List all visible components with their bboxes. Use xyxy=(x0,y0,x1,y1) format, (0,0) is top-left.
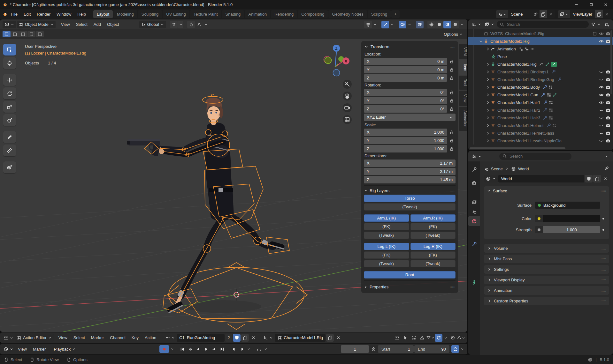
snap-keys-chevron[interactable] xyxy=(443,334,448,342)
properties-tab-object-data[interactable] xyxy=(468,278,480,287)
action-slot-field[interactable]: CharacterModel1.Rig xyxy=(275,334,326,342)
menu-render[interactable]: Render xyxy=(34,11,53,18)
vertical-scrollbar[interactable] xyxy=(610,30,612,94)
properties-tab-object[interactable] xyxy=(468,230,480,239)
dimensions-y-field[interactable]: Y2.17 m xyxy=(364,168,456,175)
next-keyframe-button[interactable] xyxy=(211,345,218,353)
location-z-field[interactable]: Z0 m xyxy=(364,74,447,82)
preview-range-toggle[interactable] xyxy=(370,345,377,353)
rig-layer-tweak[interactable]: (Tweak) xyxy=(364,260,409,267)
workspace-tab-shading[interactable]: Shading xyxy=(222,10,244,18)
render-visibility-toggle[interactable] xyxy=(606,138,610,143)
properties-tab-texture[interactable] xyxy=(468,297,480,306)
dope-menu-action[interactable]: Action xyxy=(142,334,159,341)
horizontal-scrollbar[interactable] xyxy=(470,147,565,149)
ghost-frames-button[interactable] xyxy=(393,334,401,342)
tool-rotate[interactable] xyxy=(3,87,16,99)
tool-transform[interactable] xyxy=(3,114,16,126)
proportional-edit-toggle[interactable] xyxy=(187,21,195,28)
workspace-tab-modeling[interactable]: Modeling xyxy=(113,10,137,18)
dope-menu-channel[interactable]: Channel xyxy=(107,334,128,341)
minimize-button[interactable] xyxy=(569,0,584,9)
outliner-row-charactermodel1-helmet[interactable]: CharacterModel1.Helmet xyxy=(468,122,613,129)
interpolation-dropdown[interactable] xyxy=(457,334,465,342)
properties-tab-view-layer[interactable] xyxy=(468,197,480,207)
rig-layer-arm-l-ik[interactable]: Arm.L (IK) xyxy=(364,214,409,222)
lock-rotation-x[interactable] xyxy=(447,90,456,95)
viewport-canvas[interactable]: Z X xyxy=(0,39,467,332)
panel-grip[interactable] xyxy=(601,279,606,282)
expander[interactable] xyxy=(485,62,491,67)
fake-user-button[interactable] xyxy=(585,175,593,182)
blender-menu-icon[interactable] xyxy=(3,12,7,17)
dope-menu-key[interactable]: Key xyxy=(129,334,142,341)
select-mode-subtract[interactable] xyxy=(19,31,27,37)
workspace-tab-compositing[interactable]: Compositing xyxy=(298,10,328,18)
dope-menu-view[interactable]: View xyxy=(56,334,70,341)
render-visibility-toggle[interactable] xyxy=(606,100,610,105)
properties-tab-scene[interactable] xyxy=(468,207,480,216)
lock-location-z[interactable] xyxy=(447,76,456,80)
lock-location-x[interactable] xyxy=(447,59,456,64)
rig-layer-torso[interactable]: Torso xyxy=(364,195,456,202)
animate-strength-decorator[interactable] xyxy=(600,229,606,231)
orientation-dropdown[interactable]: Global xyxy=(139,21,166,28)
tool-select-box[interactable] xyxy=(3,44,16,56)
workspace-tab-rendering[interactable]: Rendering xyxy=(271,10,297,18)
tool-scale[interactable] xyxy=(3,101,16,113)
outliner-row-animation[interactable]: Animation xyxy=(468,45,613,53)
properties-editor-type[interactable] xyxy=(471,152,483,160)
proportional-falloff[interactable] xyxy=(195,21,203,28)
outliner-row-charactermodel1-hair3[interactable]: CharacterModel1.Hair3 xyxy=(468,114,613,122)
visibility-toggle[interactable] xyxy=(599,70,604,74)
lock-rotation-y[interactable] xyxy=(447,98,456,103)
workspace-tab-uv-editing[interactable]: UV Editing xyxy=(163,10,189,18)
rig-layer-arm-r-ik[interactable]: Arm.R (IK) xyxy=(410,214,456,222)
auto-keying-toggle[interactable] xyxy=(159,345,169,353)
shading-rendered-button[interactable] xyxy=(451,21,459,28)
panel-grip[interactable] xyxy=(450,45,456,48)
jump-to-start-button[interactable] xyxy=(179,345,186,353)
sidebar-tab-view[interactable]: View xyxy=(459,91,467,106)
copy-view-layer-button[interactable] xyxy=(595,10,603,18)
scale-y-field[interactable]: Y1.000 xyxy=(364,137,447,144)
action-fake-user-button[interactable] xyxy=(233,334,241,342)
panel-grip[interactable] xyxy=(450,285,456,288)
unlink-datablock-button[interactable] xyxy=(602,175,609,182)
shading-wireframe-button[interactable] xyxy=(427,21,435,28)
expander[interactable] xyxy=(485,47,491,51)
menu-edit[interactable]: Edit xyxy=(21,11,34,18)
rig-layer-fk[interactable]: (FK) xyxy=(364,223,409,230)
visibility-toggle[interactable] xyxy=(599,100,604,105)
sidebar-tab-vrm[interactable]: VRM xyxy=(459,44,467,59)
properties-options-dropdown[interactable] xyxy=(603,152,610,160)
render-visibility-toggle[interactable] xyxy=(606,77,610,82)
render-visibility-toggle[interactable] xyxy=(606,39,610,44)
panel-grip[interactable] xyxy=(601,257,606,261)
snap-keys-dropdown[interactable] xyxy=(435,334,442,342)
color-swatch-field[interactable] xyxy=(543,215,600,222)
expander[interactable] xyxy=(485,100,491,105)
outliner-search-input[interactable] xyxy=(506,22,586,27)
filter-dropdown[interactable] xyxy=(426,334,434,342)
render-visibility-toggle[interactable] xyxy=(606,115,610,120)
outliner-row-charactermodel1-bindings1[interactable]: CharacterModel1.Bindings1 xyxy=(468,68,613,76)
copy-scene-button[interactable] xyxy=(540,10,547,18)
rig-layer-fk[interactable]: (FK) xyxy=(410,251,456,259)
panel-grip[interactable] xyxy=(601,289,606,292)
tool-move[interactable] xyxy=(3,74,16,86)
breadcrumb-world[interactable]: World xyxy=(518,167,529,171)
proportional-keys-button[interactable] xyxy=(449,334,456,342)
outliner-row-charactermodel1-hair1[interactable]: CharacterModel1.Hair1 xyxy=(468,99,613,106)
dope-menu-marker[interactable]: Marker xyxy=(88,334,107,341)
visibility-toggle[interactable] xyxy=(599,108,604,113)
proportional-dropdown[interactable] xyxy=(203,21,209,28)
playback-dropdown[interactable]: Playback xyxy=(52,345,78,353)
exclude-checkbox[interactable] xyxy=(592,31,597,36)
view-layer-name[interactable]: ViewLayer xyxy=(570,12,595,17)
properties-tab-output[interactable] xyxy=(468,188,480,197)
workspace-tab-geometry-nodes[interactable]: Geometry Nodes xyxy=(328,10,367,18)
workspace-tab-scripting[interactable]: Scripting xyxy=(368,10,391,18)
outliner-row-charactermodel1-lewds-nipplecla[interactable]: CharacterModel1.Lewds.NippleCla xyxy=(468,137,613,145)
tool-cursor[interactable] xyxy=(3,57,16,69)
